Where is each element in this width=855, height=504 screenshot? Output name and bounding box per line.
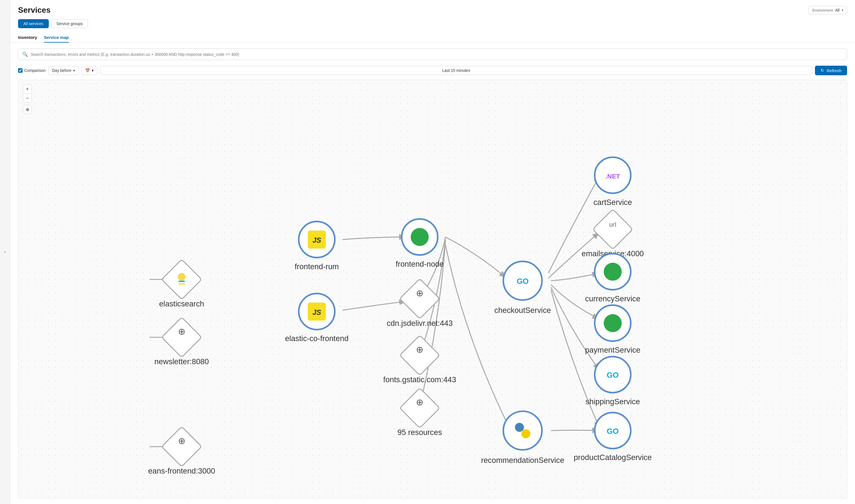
node-elastic-co-frontend[interactable]: JS elastic-co-frontend	[285, 293, 349, 343]
node-checkout-service[interactable]: GO checkoutService	[494, 261, 551, 314]
svg-rect-9	[162, 427, 202, 467]
svg-rect-29	[399, 388, 440, 428]
search-input[interactable]	[31, 52, 843, 57]
environment-label: Environment	[812, 8, 833, 13]
center-map-button[interactable]: ⊕	[23, 105, 32, 114]
comparison-label: Comparison	[24, 68, 46, 73]
service-map-svg: elasticsearch ⊕ newsletter:8080 ⊕ eans-f…	[18, 80, 847, 498]
svg-text:GO: GO	[607, 371, 619, 379]
node-fonts-gstatic[interactable]: ⊕ fonts.gstatic.com:443	[383, 336, 456, 384]
svg-rect-23	[399, 279, 440, 319]
sidebar: ›	[0, 0, 10, 504]
svg-text:shippingService: shippingService	[585, 397, 640, 406]
svg-rect-26	[399, 336, 440, 376]
day-before-label: Day before	[52, 68, 71, 73]
svg-text:cartService: cartService	[593, 198, 632, 206]
node-email-service[interactable]: url emailservice:4000	[582, 209, 644, 258]
svg-text:⊕: ⊕	[416, 288, 424, 298]
refresh-button[interactable]: ↻ Refresh	[815, 66, 847, 75]
node-newsletter[interactable]: ⊕ newsletter:8080	[155, 318, 209, 366]
nav-tabs: Inventory Service map	[18, 33, 847, 42]
svg-text:currencyService: currencyService	[585, 294, 640, 303]
svg-text:⊕: ⊕	[178, 436, 185, 446]
svg-point-42	[604, 263, 622, 281]
zoom-out-button[interactable]: −	[23, 94, 32, 103]
node-cdn-jsdelivr[interactable]: ⊕ cdn.jsdelivr.net:443	[387, 279, 452, 327]
svg-text:checkoutService: checkoutService	[494, 306, 551, 314]
svg-text:GO: GO	[607, 427, 619, 435]
svg-rect-38	[593, 209, 633, 249]
page-header: Services Environment All ▾ All services …	[10, 0, 855, 43]
chevron-down-icon: ▾	[842, 8, 843, 12]
page-title: Services	[18, 6, 51, 15]
calendar-chevron-icon: ▾	[92, 68, 94, 73]
search-bar: 🔍	[18, 49, 847, 60]
svg-text:frontend-rum: frontend-rum	[295, 262, 339, 271]
node-currency-service[interactable]: currencyService	[585, 254, 640, 303]
svg-text:JS: JS	[313, 308, 321, 316]
button-tabs: All services Service groups	[18, 19, 847, 28]
svg-point-45	[604, 314, 622, 332]
svg-text:paymentService: paymentService	[585, 346, 640, 354]
main-area: Services Environment All ▾ All services …	[10, 0, 855, 504]
svg-text:frontend-node: frontend-node	[396, 259, 444, 268]
svg-point-55	[521, 429, 531, 438]
header-top: Services Environment All ▾	[18, 6, 847, 15]
svg-text:productCatalogService: productCatalogService	[574, 453, 652, 462]
svg-text:newsletter:8080: newsletter:8080	[155, 357, 209, 366]
date-picker[interactable]: 📅 ▾	[82, 66, 97, 75]
node-frontend-node[interactable]: frontend-node	[396, 219, 444, 268]
service-groups-tab[interactable]: Service groups	[51, 19, 88, 28]
svg-text:cdn.jsdelivr.net:443: cdn.jsdelivr.net:443	[387, 319, 452, 327]
svg-text:95 resources: 95 resources	[397, 428, 442, 437]
svg-rect-3	[178, 281, 185, 282]
svg-text:⊕: ⊕	[416, 397, 424, 407]
map-controls: + − ⊕	[23, 85, 32, 114]
node-elasticsearch[interactable]: elasticsearch	[159, 259, 204, 308]
time-range-display: Last 15 minutes	[100, 66, 813, 75]
node-cart-service[interactable]: .NET cartService	[593, 157, 632, 206]
refresh-label: Refresh	[826, 68, 841, 73]
zoom-in-button[interactable]: +	[23, 85, 32, 94]
node-beans-frontend[interactable]: ⊕ eans-frontend:3000	[148, 427, 215, 475]
day-before-dropdown[interactable]: Day before ▾	[48, 66, 78, 75]
environment-value: All	[835, 8, 839, 13]
node-95-resources[interactable]: ⊕ 95 resources	[397, 388, 442, 437]
svg-text:recommendationService: recommendationService	[481, 456, 564, 465]
tab-service-map[interactable]: Service map	[44, 33, 69, 42]
sidebar-toggle[interactable]: ›	[4, 250, 6, 254]
svg-text:eans-frontend:3000: eans-frontend:3000	[148, 467, 215, 475]
svg-point-54	[515, 423, 524, 432]
svg-point-53	[503, 411, 542, 450]
page-content: 🔍 Comparison Day before ▾ 📅 ▾ Last 15 mi…	[10, 43, 855, 504]
app-container: › Services Environment All ▾ All service…	[0, 0, 855, 504]
svg-text:url: url	[609, 221, 616, 228]
node-payment-service[interactable]: paymentService	[585, 305, 640, 355]
svg-point-21	[411, 228, 429, 246]
node-frontend-rum[interactable]: JS frontend-rum	[295, 221, 339, 271]
service-map-container: + − ⊕	[18, 80, 847, 498]
svg-text:elasticsearch: elasticsearch	[159, 299, 204, 308]
refresh-icon: ↻	[821, 68, 824, 73]
tab-inventory[interactable]: Inventory	[18, 33, 37, 42]
all-services-tab[interactable]: All services	[18, 19, 49, 28]
svg-rect-6	[162, 318, 202, 357]
svg-rect-4	[178, 283, 185, 285]
svg-text:fonts.gstatic.com:443: fonts.gstatic.com:443	[383, 375, 456, 384]
svg-text:GO: GO	[517, 277, 529, 286]
comparison-toggle: Comparison	[18, 68, 46, 73]
node-product-catalog-service[interactable]: GO productCatalogService	[574, 413, 652, 462]
svg-text:JS: JS	[313, 236, 321, 244]
chevron-down-icon: ▾	[73, 68, 75, 73]
toolbar: Comparison Day before ▾ 📅 ▾ Last 15 minu…	[18, 66, 847, 75]
svg-text:⊕: ⊕	[178, 326, 185, 337]
calendar-icon: 📅	[85, 68, 90, 73]
environment-selector[interactable]: Environment All ▾	[808, 6, 847, 14]
comparison-checkbox[interactable]	[18, 68, 22, 73]
svg-text:elastic-co-frontend: elastic-co-frontend	[285, 334, 349, 343]
node-recommendation-service[interactable]: recommendationService	[481, 411, 564, 465]
svg-point-2	[178, 273, 185, 281]
node-shipping-service[interactable]: GO shippingService	[585, 357, 640, 406]
search-icon: 🔍	[22, 52, 28, 57]
svg-text:⊕: ⊕	[416, 344, 424, 355]
